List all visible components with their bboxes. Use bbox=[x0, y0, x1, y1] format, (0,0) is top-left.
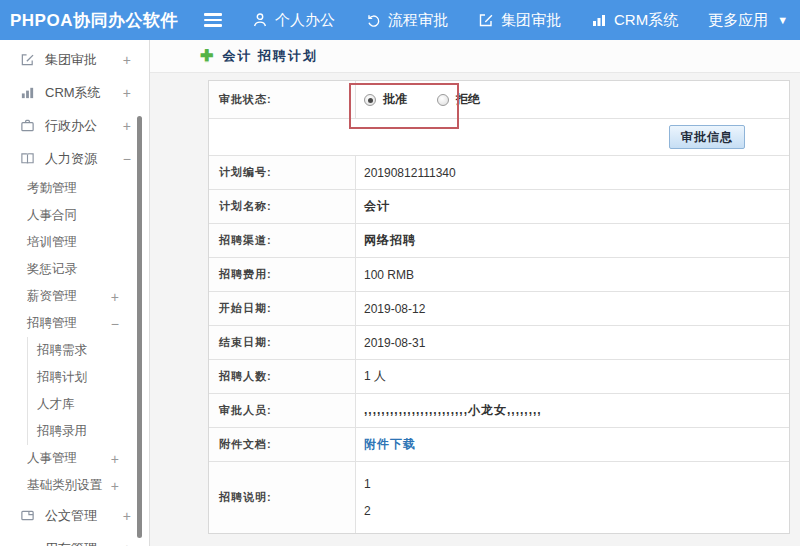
field-value: 1 人 bbox=[356, 360, 789, 393]
collapse-icon: − bbox=[111, 316, 119, 332]
radio-reject[interactable]: 拒绝 bbox=[437, 91, 480, 108]
briefcase-icon bbox=[20, 118, 37, 133]
sidebar-item-label: CRM系统 bbox=[45, 84, 101, 102]
sidebar-item-hr[interactable]: 人力资源 − bbox=[0, 142, 149, 175]
field-label: 招聘费用: bbox=[209, 258, 356, 291]
collapse-icon: − bbox=[123, 151, 131, 167]
sidebar-item-crm[interactable]: CRM系统 + bbox=[0, 76, 149, 109]
field-label: 招聘渠道: bbox=[209, 224, 356, 257]
field-label: 开始日期: bbox=[209, 292, 356, 325]
nav-group-approval[interactable]: 集团审批 bbox=[478, 11, 561, 30]
row-plan-number: 计划编号: 20190812111340 bbox=[209, 156, 789, 190]
sidebar-item-recruit-demand[interactable]: 招聘需求 bbox=[28, 337, 149, 364]
sidebar-item-label: 招聘计划 bbox=[37, 369, 87, 386]
nav-label: 个人办公 bbox=[275, 11, 335, 30]
bar-chart-icon bbox=[20, 85, 37, 100]
topbar: PHPOA协同办公软件 个人办公 流程审批 集团审批 CRM系统 bbox=[0, 0, 800, 40]
sidebar-item-base-category[interactable]: 基础类别设置 + bbox=[0, 472, 149, 499]
row-attachment: 附件文档: 附件下载 bbox=[209, 428, 789, 462]
caret-down-icon: ▼ bbox=[777, 14, 788, 26]
sidebar-subgroup-recruit: 招聘需求 招聘计划 人才库 招聘录用 bbox=[27, 337, 149, 445]
attachment-download-link[interactable]: 附件下载 bbox=[364, 436, 416, 453]
sidebar-item-vehicle[interactable]: 用车管理 + bbox=[0, 532, 149, 546]
nav-personal-office[interactable]: 个人办公 bbox=[252, 11, 335, 30]
field-label: 招聘人数: bbox=[209, 360, 356, 393]
sidebar-item-group-approval[interactable]: 集团审批 + bbox=[0, 43, 149, 76]
sidebar-item-salary[interactable]: 薪资管理 + bbox=[0, 283, 149, 310]
sidebar-item-label: 薪资管理 bbox=[27, 288, 77, 305]
expand-icon: + bbox=[123, 541, 131, 546]
row-approvers: 审批人员: ,,,,,,,,,,,,,,,,,,,,,,,,小龙女,,,,,,,… bbox=[209, 394, 789, 428]
radio-unselected-icon bbox=[437, 94, 449, 106]
sidebar-item-label: 考勤管理 bbox=[27, 180, 77, 197]
sidebar-item-label: 招聘管理 bbox=[27, 315, 77, 332]
row-recruit-cost: 招聘费用: 100 RMB bbox=[209, 258, 789, 292]
expand-icon: + bbox=[111, 451, 119, 467]
radio-selected-icon bbox=[364, 94, 376, 106]
nav-workflow-approval[interactable]: 流程审批 bbox=[365, 11, 448, 30]
sidebar-item-recruit-plan[interactable]: 招聘计划 bbox=[28, 364, 149, 391]
row-approval-status: 审批状态: 批准 拒绝 bbox=[209, 81, 789, 119]
book-icon bbox=[20, 151, 37, 166]
sidebar-item-label: 行政办公 bbox=[45, 117, 97, 135]
sidebar-item-rewards[interactable]: 奖惩记录 bbox=[0, 256, 149, 283]
car-icon bbox=[20, 541, 37, 546]
field-value: 会计 bbox=[356, 190, 789, 223]
radio-label: 拒绝 bbox=[456, 91, 480, 108]
sidebar-item-documents[interactable]: 公文管理 + bbox=[0, 499, 149, 532]
sidebar-item-training[interactable]: 培训管理 bbox=[0, 229, 149, 256]
expand-icon: + bbox=[111, 289, 119, 305]
person-icon bbox=[252, 12, 268, 28]
field-label: 招聘说明: bbox=[209, 462, 356, 533]
radio-approve[interactable]: 批准 bbox=[364, 91, 407, 108]
sidebar-item-talent-pool[interactable]: 人才库 bbox=[28, 391, 149, 418]
radio-label: 批准 bbox=[383, 91, 407, 108]
sidebar-item-label: 基础类别设置 bbox=[27, 477, 102, 494]
expand-icon: + bbox=[111, 478, 119, 494]
recruit-plan-form: 审批状态: 批准 拒绝 审批信息 计划编号: bbox=[208, 80, 790, 534]
top-nav: 个人办公 流程审批 集团审批 CRM系统 更多应用 ▼ bbox=[252, 11, 788, 30]
sidebar-item-label: 人事管理 bbox=[27, 450, 77, 467]
nav-crm-system[interactable]: CRM系统 bbox=[591, 11, 678, 30]
sidebar-item-recruit-hiring[interactable]: 招聘录用 bbox=[28, 418, 149, 445]
document-icon bbox=[20, 508, 37, 523]
main-content: ✚ 会计 招聘计划 审批状态: 批准 拒绝 bbox=[150, 40, 800, 546]
row-plan-name: 计划名称: 会计 bbox=[209, 190, 789, 224]
bar-chart-icon bbox=[591, 12, 607, 28]
field-value: 附件下载 bbox=[356, 428, 789, 461]
description-line: 1 bbox=[364, 477, 371, 491]
sidebar-item-personnel-mgmt[interactable]: 人事管理 + bbox=[0, 445, 149, 472]
approve-info-button[interactable]: 审批信息 bbox=[669, 125, 745, 149]
sidebar-item-attendance[interactable]: 考勤管理 bbox=[0, 175, 149, 202]
description-line: 2 bbox=[364, 504, 371, 518]
field-label: 计划编号: bbox=[209, 156, 356, 189]
field-value: 2019-08-12 bbox=[356, 292, 789, 325]
sidebar-item-label: 人力资源 bbox=[45, 150, 97, 168]
sidebar: 集团审批 + CRM系统 + 行政办公 + 人力资源 − 考勤管理 bbox=[0, 40, 150, 546]
sidebar-item-label: 人才库 bbox=[37, 396, 75, 413]
sidebar-item-label: 招聘录用 bbox=[37, 423, 87, 440]
sidebar-item-label: 公文管理 bbox=[45, 507, 97, 525]
field-value: 1 2 bbox=[356, 462, 789, 533]
field-label: 附件文档: bbox=[209, 428, 356, 461]
row-start-date: 开始日期: 2019-08-12 bbox=[209, 292, 789, 326]
expand-icon: + bbox=[123, 52, 131, 68]
approval-status-options: 批准 拒绝 bbox=[356, 81, 789, 118]
nav-more-apps[interactable]: 更多应用 ▼ bbox=[708, 11, 788, 30]
hamburger-menu-icon[interactable] bbox=[200, 6, 226, 34]
sidebar-item-label: 集团审批 bbox=[45, 51, 97, 69]
nav-label: CRM系统 bbox=[614, 11, 678, 30]
sidebar-item-label: 奖惩记录 bbox=[27, 261, 77, 278]
row-end-date: 结束日期: 2019-08-31 bbox=[209, 326, 789, 360]
sidebar-item-admin-office[interactable]: 行政办公 + bbox=[0, 109, 149, 142]
page-title: 会计 招聘计划 bbox=[222, 47, 318, 65]
nav-label: 集团审批 bbox=[501, 11, 561, 30]
sidebar-scrollbar-thumb[interactable] bbox=[137, 116, 142, 538]
field-label: 审批人员: bbox=[209, 394, 356, 427]
row-recruit-channel: 招聘渠道: 网络招聘 bbox=[209, 224, 789, 258]
field-label: 审批状态: bbox=[209, 81, 356, 118]
expand-icon: + bbox=[123, 508, 131, 524]
app-title: PHPOA协同办公软件 bbox=[0, 9, 192, 32]
sidebar-item-hr-contract[interactable]: 人事合同 bbox=[0, 202, 149, 229]
sidebar-item-recruit-mgmt[interactable]: 招聘管理 − bbox=[0, 310, 149, 337]
